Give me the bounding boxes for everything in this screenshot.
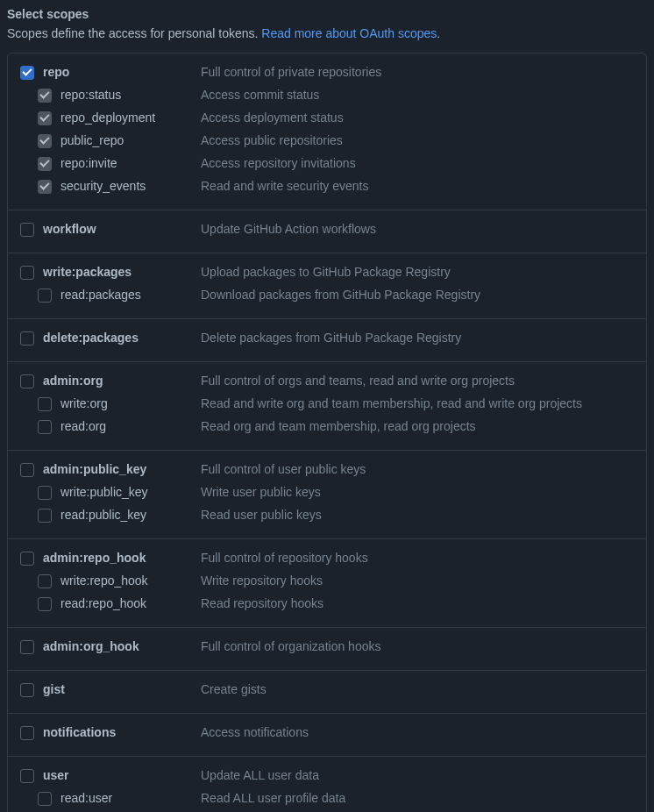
scope-label[interactable]: security_events (60, 178, 201, 193)
scope-description: Access public repositories (201, 132, 634, 147)
scope-checkbox[interactable] (20, 223, 34, 237)
scope-checkbox[interactable] (20, 266, 34, 280)
scope-row: repo:inviteAccess repository invitations (20, 153, 634, 176)
scope-description: Delete packages from GitHub Package Regi… (201, 330, 634, 345)
scope-checkbox[interactable] (38, 397, 52, 411)
scope-row: write:public_keyWrite user public keys (20, 482, 634, 505)
scope-row: write:orgRead and write org and team mem… (20, 394, 634, 417)
scope-description: Full control of user public keys (201, 461, 634, 476)
scope-row: admin:orgFull control of orgs and teams,… (20, 371, 634, 394)
scope-checkbox[interactable] (20, 769, 34, 783)
scopes-container: repoFull control of private repositories… (7, 53, 647, 812)
scope-checkbox[interactable] (38, 574, 52, 588)
scope-checkbox[interactable] (20, 640, 34, 654)
scope-label[interactable]: admin:public_key (43, 461, 201, 476)
scope-checkbox[interactable] (38, 288, 52, 303)
scope-label[interactable]: write:org (60, 395, 201, 410)
scope-group: delete:packagesDelete packages from GitH… (8, 319, 646, 362)
scope-group: write:packagesUpload packages to GitHub … (8, 253, 646, 319)
scope-label[interactable]: workflow (43, 221, 201, 236)
scope-label[interactable]: read:packages (60, 287, 201, 302)
scope-group: notificationsAccess notifications (8, 714, 646, 757)
scope-row: gistCreate gists (20, 680, 634, 702)
scope-description: Access deployment status (201, 110, 634, 125)
scope-description: Read user public keys (201, 507, 634, 522)
scope-label[interactable]: read:org (60, 418, 201, 433)
scope-description: Update GitHub Action workflows (201, 221, 634, 236)
scope-checkbox[interactable] (20, 66, 34, 80)
scope-row: read:repo_hookRead repository hooks (20, 594, 634, 616)
scope-checkbox[interactable] (38, 420, 52, 434)
scope-checkbox[interactable] (38, 509, 52, 523)
scope-row: public_repoAccess public repositories (20, 131, 634, 153)
scope-description: Write repository hooks (201, 573, 634, 588)
scope-row: repoFull control of private repositories (20, 62, 634, 85)
scope-row: read:orgRead org and team membership, re… (20, 417, 634, 439)
scope-description: Read ALL user profile data (201, 790, 634, 805)
scope-row: workflowUpdate GitHub Action workflows (20, 219, 634, 242)
scope-checkbox[interactable] (38, 134, 52, 148)
scope-label[interactable]: public_repo (60, 132, 201, 147)
scope-checkbox[interactable] (20, 331, 34, 345)
scope-checkbox[interactable] (38, 111, 52, 125)
scope-checkbox[interactable] (20, 552, 34, 566)
subtitle-period: . (437, 26, 440, 40)
scope-description: Full control of private repositories (201, 64, 634, 79)
scope-checkbox[interactable] (38, 486, 52, 500)
scope-checkbox[interactable] (38, 180, 52, 194)
scope-group: gistCreate gists (8, 671, 646, 714)
scope-label[interactable]: admin:repo_hook (43, 550, 201, 565)
scope-label[interactable]: repo (43, 64, 201, 79)
scope-label[interactable]: gist (43, 681, 201, 696)
scope-group: admin:orgFull control of orgs and teams,… (8, 362, 646, 451)
scope-label[interactable]: notifications (43, 724, 201, 739)
oauth-scopes-link[interactable]: Read more about OAuth scopes (261, 26, 437, 40)
scope-label[interactable]: admin:org (43, 373, 201, 388)
scope-row: write:repo_hookWrite repository hooks (20, 571, 634, 594)
scope-description: Upload packages to GitHub Package Regist… (201, 264, 634, 279)
scope-row: security_eventsRead and write security e… (20, 176, 634, 199)
scope-label[interactable]: read:repo_hook (60, 595, 201, 610)
scope-checkbox[interactable] (20, 374, 34, 388)
scope-description: Full control of repository hooks (201, 550, 634, 565)
scope-checkbox[interactable] (38, 157, 52, 171)
scope-label[interactable]: repo:status (60, 87, 201, 102)
scope-description: Read repository hooks (201, 595, 634, 610)
scope-description: Update ALL user data (201, 767, 634, 782)
scope-label[interactable]: read:public_key (60, 507, 201, 522)
scope-group: admin:org_hookFull control of organizati… (8, 628, 646, 671)
scope-group: userUpdate ALL user dataread:userRead AL… (8, 757, 646, 812)
scope-description: Access commit status (201, 87, 634, 102)
scope-label[interactable]: delete:packages (43, 330, 201, 345)
scope-description: Full control of orgs and teams, read and… (201, 373, 634, 388)
scope-row: read:packagesDownload packages from GitH… (20, 285, 634, 308)
scope-label[interactable]: write:packages (43, 264, 201, 279)
scope-label[interactable]: write:public_key (60, 484, 201, 499)
scope-group: repoFull control of private repositories… (8, 53, 646, 210)
scope-label[interactable]: write:repo_hook (60, 573, 201, 588)
scope-row: read:userRead ALL user profile data (20, 788, 634, 811)
scope-checkbox[interactable] (38, 89, 52, 103)
scope-row: delete:packagesDelete packages from GitH… (20, 328, 634, 351)
scope-checkbox[interactable] (20, 726, 34, 740)
scope-description: Download packages from GitHub Package Re… (201, 287, 634, 302)
subtitle-text: Scopes define the access for personal to… (7, 26, 261, 40)
scope-description: Create gists (201, 681, 634, 696)
scope-row: userUpdate ALL user data (20, 766, 634, 788)
scope-group: workflowUpdate GitHub Action workflows (8, 210, 646, 253)
scope-label[interactable]: repo_deployment (60, 110, 201, 125)
scope-label[interactable]: admin:org_hook (43, 638, 201, 653)
scope-row: repo:statusAccess commit status (20, 85, 634, 108)
scope-checkbox[interactable] (20, 683, 34, 697)
scope-label[interactable]: user (43, 767, 201, 782)
scope-checkbox[interactable] (20, 463, 34, 477)
scope-row: notificationsAccess notifications (20, 723, 634, 745)
scope-label[interactable]: read:user (60, 790, 201, 805)
scope-checkbox[interactable] (38, 597, 52, 611)
scope-label[interactable]: repo:invite (60, 155, 201, 170)
scope-description: Read and write security events (201, 178, 634, 193)
scope-description: Read and write org and team membership, … (201, 395, 634, 410)
scope-row: write:packagesUpload packages to GitHub … (20, 262, 634, 285)
scope-row: read:public_keyRead user public keys (20, 505, 634, 528)
scope-checkbox[interactable] (38, 792, 52, 806)
